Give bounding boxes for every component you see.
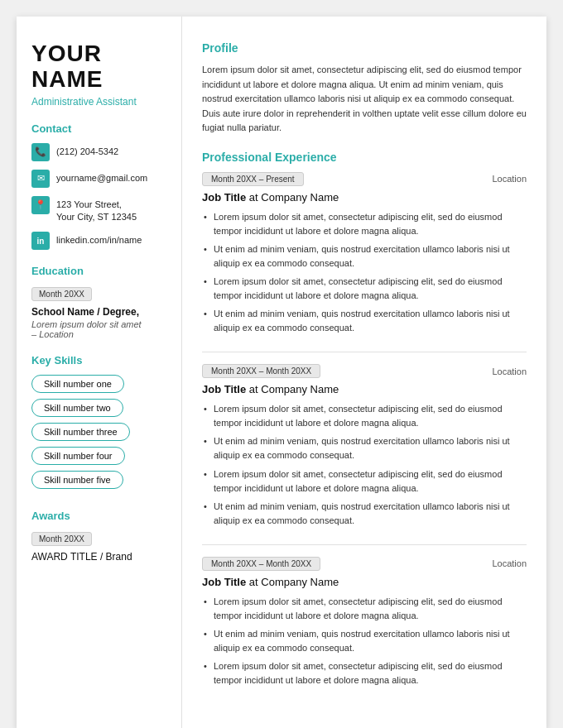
education-heading: Education [31,265,166,277]
sidebar: YOUR NAME Administrative Assistant Conta… [17,17,182,728]
profile-text: Lorem ipsum dolor sit amet, consectetur … [202,63,527,136]
skill-1: Skill number one [31,375,124,393]
resume-container: YOUR NAME Administrative Assistant Conta… [17,17,546,728]
skill-4: Skill number four [31,447,125,465]
skill-2: Skill number two [31,399,123,417]
skills-heading: Key Skills [31,354,166,366]
email-contact: ✉ yourname@gmail.com [31,170,166,188]
exp-bullets-1: Lorem ipsum dolor sit amet, consectetur … [202,210,527,335]
exp-location-2: Location [492,366,527,376]
bullet: Ut enim ad minim veniam, quis nostrud ex… [202,500,527,528]
bullet: Ut enim ad minim veniam, quis nostrud ex… [202,242,527,271]
name-line1: YOUR [31,41,166,67]
exp-header-1: Month 20XX – Present Location [202,172,527,186]
phone-contact: 📞 (212) 204-5342 [31,143,166,161]
awards-heading: Awards [31,510,166,522]
skill-5: Skill number five [31,471,123,489]
main-content: Profile Lorem ipsum dolor sit amet, cons… [182,17,546,728]
exp-date-2: Month 20XX – Month 20XX [202,364,320,378]
bullet: Lorem ipsum dolor sit amet, consectetur … [202,402,527,430]
exp-date-1: Month 20XX – Present [202,172,304,186]
skill-3: Skill number three [31,423,130,441]
address-contact: 📍 123 Your Street, Your City, ST 12345 [31,196,166,224]
phone-text: (212) 204-5342 [56,143,118,158]
experience-entry-2: Month 20XX – Month 20XX Location Job Tit… [202,364,527,527]
education-detail: Lorem ipsum dolor sit amet – Location [31,319,166,339]
bullet: Ut enim ad minim veniam, quis nostrud ex… [202,627,527,655]
award-title: AWARD TITLE / Brand [31,551,166,563]
education-date: Month 20XX [31,287,92,301]
bullet: Lorem ipsum dolor sit amet, consectetur … [202,275,527,303]
exp-bullets-3: Lorem ipsum dolor sit amet, consectetur … [202,595,527,687]
phone-icon: 📞 [31,143,50,161]
bullet: Lorem ipsum dolor sit amet, consectetur … [202,210,527,238]
experience-heading: Professional Experience [202,151,527,164]
divider-2 [202,544,527,545]
exp-location-1: Location [492,174,527,184]
linkedin-contact: in linkedin.com/in/name [31,232,166,250]
bullet: Lorem ipsum dolor sit amet, consectetur … [202,659,527,687]
experience-entry-3: Month 20XX – Month 20XX Location Job Tit… [202,557,527,687]
contact-heading: Contact [31,122,166,135]
bullet: Lorem ipsum dolor sit amet, consectetur … [202,467,527,496]
exp-header-2: Month 20XX – Month 20XX Location [202,364,527,378]
exp-job-title-2: Job Title at Company Name [202,383,527,395]
linkedin-icon: in [31,232,50,250]
name-block: YOUR NAME Administrative Assistant [31,41,166,108]
bullet: Ut enim ad minim veniam, quis nostrud ex… [202,307,527,335]
linkedin-text: linkedin.com/in/name [56,232,142,247]
exp-bullets-2: Lorem ipsum dolor sit amet, consectetur … [202,402,527,527]
skills-list: Skill number one Skill number two Skill … [31,375,166,495]
location-icon: 📍 [31,196,50,214]
email-text: yourname@gmail.com [56,170,147,184]
exp-location-3: Location [492,558,527,568]
divider-1 [202,352,527,352]
awards-date: Month 20XX [31,532,92,546]
experience-entry-1: Month 20XX – Present Location Job Title … [202,172,527,335]
email-icon: ✉ [31,170,50,188]
name-line2: NAME [31,67,166,93]
bullet: Lorem ipsum dolor sit amet, consectetur … [202,595,527,623]
bullet: Ut enim ad minim veniam, quis nostrud ex… [202,434,527,462]
exp-job-title-1: Job Title at Company Name [202,191,527,204]
address-text: 123 Your Street, Your City, ST 12345 [56,196,137,224]
exp-date-3: Month 20XX – Month 20XX [202,557,320,571]
job-title: Administrative Assistant [31,96,166,108]
education-school: School Name / Degree, [31,306,166,318]
exp-header-3: Month 20XX – Month 20XX Location [202,557,527,571]
profile-heading: Profile [202,41,527,55]
exp-job-title-3: Job Title at Company Name [202,576,527,588]
